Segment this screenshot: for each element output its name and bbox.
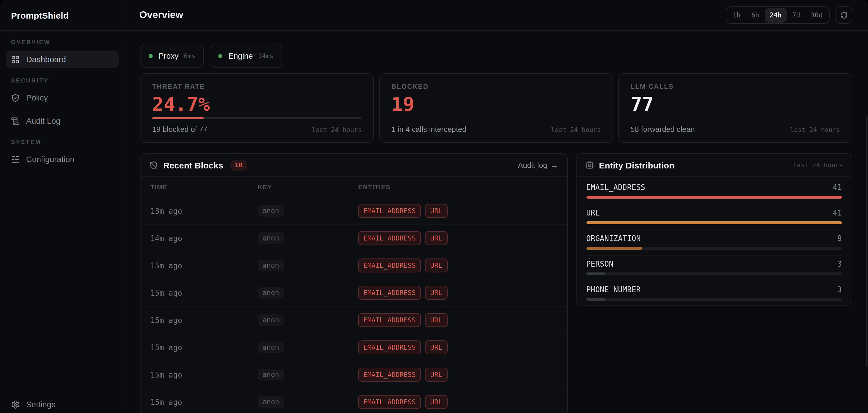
entity-badge: URL xyxy=(425,395,447,409)
entity-bar-fill xyxy=(586,298,605,301)
sidebar-section-overview: OVERVIEW xyxy=(11,39,114,45)
stat-footer: 58 forwarded clean last 24 hours xyxy=(630,125,840,134)
sidebar-item-audit-log[interactable]: Audit Log xyxy=(6,112,119,129)
key-badge: anon xyxy=(258,342,284,353)
header-controls: 1h 6h 24h 7d 30d xyxy=(726,6,852,24)
sidebar-section-security: SECURITY xyxy=(11,77,114,84)
time-cell: 15m ago xyxy=(150,343,258,352)
sidebar-item-label: Policy xyxy=(26,93,48,102)
app-window: PromptShield OVERVIEW Dashboard SECURITY… xyxy=(0,0,868,413)
key-cell: anon xyxy=(258,287,358,299)
status-dot xyxy=(149,54,153,58)
sidebar-item-configuration[interactable]: Configuration xyxy=(6,150,119,168)
sidebar-nav: OVERVIEW Dashboard SECURITY Policy Audit… xyxy=(0,31,125,390)
refresh-icon xyxy=(840,11,847,19)
shield-check-icon xyxy=(11,93,20,102)
scroll-icon xyxy=(11,116,20,125)
sidebar-item-label: Audit Log xyxy=(26,116,60,125)
entity-value: 41 xyxy=(833,209,842,217)
entity-badge: EMAIL_ADDRESS xyxy=(358,368,421,382)
entity-value: 9 xyxy=(837,234,842,243)
entity-label: ORGANIZATION xyxy=(586,234,641,243)
key-cell: anon xyxy=(258,396,358,408)
column-entities: ENTITIES xyxy=(358,183,557,190)
sidebar-item-policy[interactable]: Policy xyxy=(6,89,119,106)
stat-card-threat-rate: THREAT RATE 24.7% 19 blocked of 77 last … xyxy=(140,73,374,143)
time-range-30d[interactable]: 30d xyxy=(805,8,828,22)
entity-bar-track xyxy=(586,196,842,199)
entity-badge: EMAIL_ADDRESS xyxy=(358,341,421,354)
sidebar: PromptShield OVERVIEW Dashboard SECURITY… xyxy=(0,0,125,413)
time-cell: 15m ago xyxy=(150,288,258,297)
audit-log-link[interactable]: Audit log → xyxy=(518,160,558,169)
time-cell: 14m ago xyxy=(150,234,258,242)
stat-footer: 1 in 4 calls intercepted last 24 hours xyxy=(391,125,601,134)
scrollbar-thumb[interactable] xyxy=(866,116,867,366)
entity-bar-track xyxy=(586,221,842,224)
time-range-6h[interactable]: 6h xyxy=(746,8,764,22)
key-badge: anon xyxy=(258,369,284,381)
main-header: Overview 1h 6h 24h 7d 30d xyxy=(125,0,868,31)
table-header: TIME KEY ENTITIES xyxy=(141,177,567,198)
stat-footer: 19 blocked of 77 last 24 hours xyxy=(152,125,362,134)
table-row[interactable]: 13m ago anon EMAIL_ADDRESS URL xyxy=(141,198,567,225)
table-row[interactable]: 15m ago anon EMAIL_ADDRESS URL xyxy=(141,279,567,307)
table-row[interactable]: 15m ago anon EMAIL_ADDRESS URL xyxy=(141,389,567,413)
page-title: Overview xyxy=(140,9,183,21)
time-range-group: 1h 6h 24h 7d 30d xyxy=(726,6,830,24)
entity-badge: EMAIL_ADDRESS xyxy=(358,395,421,409)
entities-cell: EMAIL_ADDRESS URL xyxy=(358,286,557,300)
entity-distribution-panel: Entity Distribution last 24 hours EMAIL_… xyxy=(576,153,852,305)
key-cell: anon xyxy=(258,205,358,217)
entity-badge: URL xyxy=(425,286,447,300)
refresh-button[interactable] xyxy=(835,6,852,24)
time-range-7d[interactable]: 7d xyxy=(787,8,806,22)
entity-badge: EMAIL_ADDRESS xyxy=(358,313,421,327)
sidebar-item-dashboard[interactable]: Dashboard xyxy=(6,51,119,68)
sliders-icon xyxy=(11,155,20,164)
stat-label: THREAT RATE xyxy=(152,83,362,90)
entity-bar-track xyxy=(586,298,842,301)
entities-cell: EMAIL_ADDRESS URL xyxy=(358,368,557,382)
sidebar-item-label: Settings xyxy=(26,400,56,409)
entity-distribution-body: EMAIL_ADDRESS 41 URL 41 xyxy=(576,177,852,305)
entities-cell: EMAIL_ADDRESS URL xyxy=(358,313,557,327)
status-pill-engine[interactable]: Engine 14ms xyxy=(210,43,282,68)
entity-badge: URL xyxy=(425,204,447,218)
entity-row: URL 41 xyxy=(586,204,842,230)
sidebar-item-settings[interactable]: Settings xyxy=(6,395,119,413)
table-row[interactable]: 14m ago anon EMAIL_ADDRESS URL xyxy=(141,225,567,252)
entities-cell: EMAIL_ADDRESS URL xyxy=(358,204,557,218)
entity-value: 41 xyxy=(833,183,842,192)
key-badge: anon xyxy=(258,314,284,326)
gear-icon xyxy=(11,400,20,409)
table-row[interactable]: 15m ago anon EMAIL_ADDRESS URL xyxy=(141,252,567,279)
sidebar-footer: Settings xyxy=(0,390,125,413)
entity-label: URL xyxy=(586,209,600,217)
latency-value: 14ms xyxy=(258,52,274,60)
entities-cell: EMAIL_ADDRESS URL xyxy=(358,231,557,245)
main-area: Overview 1h 6h 24h 7d 30d xyxy=(125,0,868,413)
time-range-24h[interactable]: 24h xyxy=(764,8,787,22)
entity-row: PERSON 3 xyxy=(586,256,842,281)
entity-bar-fill xyxy=(586,221,842,224)
sidebar-header: PromptShield xyxy=(0,0,125,31)
sidebar-item-label: Configuration xyxy=(26,154,74,164)
panel-title: Entity Distribution xyxy=(599,160,674,170)
key-badge: anon xyxy=(258,260,284,271)
status-pill-proxy[interactable]: Proxy 6ms xyxy=(140,43,204,68)
entity-bar-track xyxy=(586,247,842,250)
table-row[interactable]: 15m ago anon EMAIL_ADDRESS URL xyxy=(141,361,567,389)
key-cell: anon xyxy=(258,260,358,271)
blocks-count-badge: 10 xyxy=(230,159,247,171)
sidebar-item-label: Dashboard xyxy=(26,55,66,64)
service-status-row: Proxy 6ms Engine 14ms xyxy=(140,43,852,68)
table-row[interactable]: 15m ago anon EMAIL_ADDRESS URL xyxy=(141,307,567,334)
time-range-1h[interactable]: 1h xyxy=(727,8,746,22)
entity-label: PERSON xyxy=(586,260,613,268)
entity-badge: EMAIL_ADDRESS xyxy=(358,286,421,300)
key-badge: anon xyxy=(258,205,284,217)
key-badge: anon xyxy=(258,396,284,408)
table-row[interactable]: 15m ago anon EMAIL_ADDRESS URL xyxy=(141,334,567,361)
entity-bar-fill xyxy=(586,247,643,250)
